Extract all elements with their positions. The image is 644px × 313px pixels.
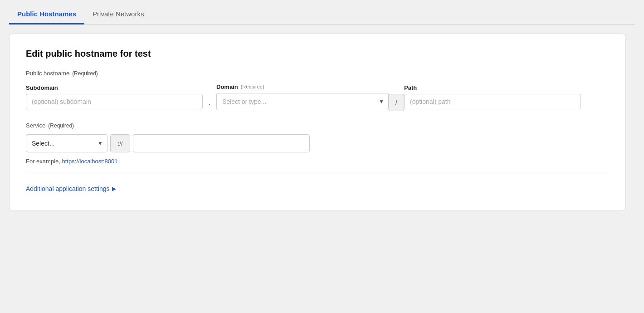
path-label: Path bbox=[404, 84, 609, 91]
service-required-badge: (Required) bbox=[48, 122, 74, 129]
service-row: Select... HTTP HTTPS SSH RDP SMB TCP UDP… bbox=[26, 134, 609, 152]
tab-public-hostnames[interactable]: Public Hostnames bbox=[9, 5, 84, 24]
protocol-separator: :// bbox=[110, 134, 130, 152]
additional-settings-label: Additional application settings bbox=[26, 185, 109, 192]
example-text: For example, https://localhost:8001 bbox=[26, 158, 609, 165]
dot-separator: . bbox=[203, 94, 216, 111]
domain-select-wrapper: Select or type... ▼ bbox=[216, 93, 389, 110]
domain-label: Domain (Required) bbox=[216, 83, 389, 90]
service-select[interactable]: Select... HTTP HTTPS SSH RDP SMB TCP UDP bbox=[26, 134, 107, 152]
public-hostname-required: (Required) bbox=[72, 70, 98, 77]
tabs-container: Public Hostnames Private Networks bbox=[9, 5, 635, 24]
subdomain-input[interactable] bbox=[26, 94, 203, 109]
slash-separator: / bbox=[389, 94, 404, 111]
subdomain-label: Subdomain bbox=[26, 84, 203, 91]
main-card: Edit public hostname for test Public hos… bbox=[9, 34, 626, 211]
divider bbox=[26, 174, 609, 174]
example-static-text: For example, bbox=[26, 158, 60, 165]
card-title: Edit public hostname for test bbox=[26, 49, 609, 59]
domain-group: Domain (Required) Select or type... ▼ bbox=[216, 83, 389, 110]
tab-private-networks[interactable]: Private Networks bbox=[84, 5, 152, 24]
path-input[interactable] bbox=[404, 94, 581, 109]
example-link[interactable]: https://localhost:8001 bbox=[62, 158, 118, 165]
public-hostname-section-label: Public hostname (Required) bbox=[26, 70, 609, 77]
service-url-input[interactable] bbox=[133, 134, 310, 152]
additional-settings-link[interactable]: Additional application settings ▶ bbox=[26, 185, 609, 192]
domain-select[interactable]: Select or type... bbox=[216, 93, 389, 110]
subdomain-group: Subdomain bbox=[26, 84, 203, 109]
domain-required-badge: (Required) bbox=[241, 84, 264, 89]
hostname-row: Subdomain . Domain (Required) Select or … bbox=[26, 82, 609, 111]
service-select-wrapper: Select... HTTP HTTPS SSH RDP SMB TCP UDP… bbox=[26, 134, 107, 152]
page-container: Public Hostnames Private Networks Edit p… bbox=[0, 0, 644, 313]
public-hostname-label-text: Public hostname bbox=[26, 70, 69, 77]
service-section-label: Service (Required) bbox=[26, 122, 609, 129]
service-label-text: Service bbox=[26, 122, 45, 129]
domain-label-text: Domain bbox=[216, 83, 238, 90]
path-group: Path bbox=[404, 84, 609, 109]
arrow-right-icon: ▶ bbox=[112, 186, 116, 192]
